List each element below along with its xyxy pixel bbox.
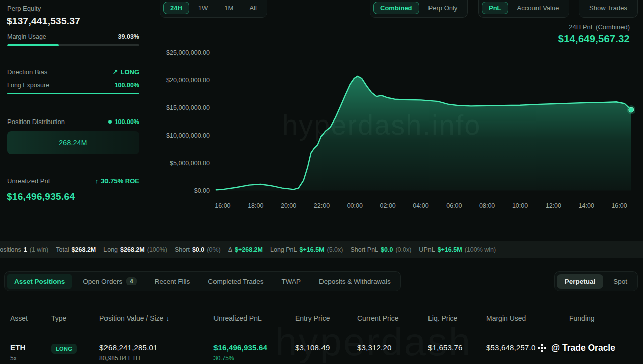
tab-pnl[interactable]: PnL: [482, 2, 508, 14]
show-trades-group: Show Trades: [579, 0, 638, 18]
tab-open-orders[interactable]: Open Orders 4: [75, 273, 144, 289]
stat-suffix: (5.0x): [327, 246, 343, 253]
tab-deposits-withdrawals[interactable]: Deposits & Withdrawals: [311, 274, 398, 289]
positions-table-header: Asset Type Position Value / Size↓ Unreal…: [10, 314, 633, 322]
tab-perp-only[interactable]: Perp Only: [421, 2, 465, 14]
pnl-chart[interactable]: [213, 48, 635, 198]
y-axis-tick: $25,000,000.00: [166, 49, 210, 56]
perp-equity-label: Perp Equity: [7, 5, 41, 12]
stat-value: $0.0: [192, 246, 204, 253]
tab-range-1m[interactable]: 1M: [217, 2, 240, 14]
distribution-dot-icon: [108, 120, 112, 124]
x-axis-tick: 08:00: [471, 202, 504, 209]
row-roe: 30.75%: [213, 355, 295, 362]
stat-delta: Δ $+268.2M: [228, 246, 263, 253]
x-axis-tick: 10:00: [504, 202, 537, 209]
arrow-up-icon: ↑: [95, 177, 99, 185]
stat-label: UPnL: [419, 246, 435, 253]
y-axis-tick: $20,000,000.00: [166, 77, 210, 84]
long-badge: LONG: [51, 344, 77, 354]
stat-long: Long $268.2M (100%): [103, 246, 167, 253]
tab-perpetual[interactable]: Perpetual: [557, 274, 604, 289]
unrealized-pnl-label: Unrealized PnL: [7, 177, 52, 185]
col-funding[interactable]: Funding: [569, 314, 633, 322]
position-value: $268,241,285.01: [99, 343, 213, 352]
col-liq-price[interactable]: Liq. Price: [428, 314, 486, 322]
stat-suffix: (0%): [207, 246, 220, 253]
asset-symbol: ETH: [10, 343, 51, 352]
unrealized-pnl-row: Unrealized PnL ↑ 30.75% ROE: [7, 177, 139, 185]
x-axis-labels: 16:00 18:00 20:00 22:00 00:00 02:00 04:0…: [206, 202, 636, 209]
trade-oracle-watermark: @ Trade Oracle: [537, 343, 615, 353]
long-exposure-label: Long Exposure: [7, 82, 49, 89]
x-axis-tick: 22:00: [305, 202, 339, 209]
col-entry-price[interactable]: Entry Price: [295, 314, 357, 322]
col-unrealized-pnl[interactable]: Unrealized PnL: [213, 314, 295, 322]
y-axis-tick: $0.00: [194, 187, 210, 194]
x-axis-tick: 18:00: [239, 202, 272, 209]
y-axis-tick: $5,000,000.00: [170, 160, 210, 167]
col-type[interactable]: Type: [51, 314, 99, 322]
pnl-area: [216, 76, 631, 191]
row-unrealized-pnl: $16,496,935.64: [213, 343, 295, 352]
tab-range-1w[interactable]: 1W: [191, 2, 216, 14]
x-axis-tick: 20:00: [272, 202, 305, 209]
entry-price-cell: $3,108.49: [295, 343, 357, 362]
tab-open-orders-label: Open Orders: [83, 278, 122, 285]
stat-label: Short: [175, 246, 190, 253]
tab-recent-fills[interactable]: Recent Fills: [147, 274, 198, 289]
col-asset[interactable]: Asset: [10, 314, 51, 322]
margin-usage-label: Margin Usage: [7, 33, 46, 40]
stat-value: 1: [24, 246, 27, 253]
hyperdash-dashboard: Perp Equity $137,441,535.37 Margin Usage…: [0, 0, 643, 364]
stat-value: $268.2M: [72, 246, 96, 253]
stat-short: Short $0.0 (0%): [175, 246, 221, 253]
col-position-value-label: Position Value / Size: [99, 314, 163, 322]
open-orders-count-badge: 4: [126, 277, 136, 285]
pnl-end-dot: [629, 107, 634, 112]
x-axis-tick: 06:00: [438, 202, 471, 209]
position-distribution-label: Position Distribution: [7, 118, 65, 126]
show-trades-button[interactable]: Show Trades: [582, 2, 634, 14]
stat-suffix: (1 win): [30, 246, 49, 253]
stat-label: Total: [56, 246, 69, 253]
tab-completed-trades[interactable]: Completed Trades: [200, 274, 271, 289]
position-distribution-value-wrap: 100.00%: [108, 118, 139, 126]
current-price-cell: $3,312.20: [357, 343, 428, 362]
unrealized-pnl-cell: $16,496,935.64 30.75%: [213, 343, 295, 362]
direction-bias-row: Direction Bias ↗ LONG: [7, 68, 139, 76]
col-margin-used[interactable]: Margin Used: [486, 314, 569, 322]
tab-range-24h[interactable]: 24H: [163, 2, 189, 14]
stat-upnl: UPnL $+16.5M (100% win): [419, 246, 496, 253]
long-exposure-row: Long Exposure 100.00%: [7, 82, 139, 89]
stat-suffix: (0.0x): [395, 246, 411, 253]
liq-price-cell: $1,653.76: [428, 343, 486, 362]
tab-range-all[interactable]: All: [242, 2, 263, 14]
tab-combined[interactable]: Combined: [373, 2, 419, 14]
trade-oracle-handle: @ Trade Oracle: [551, 343, 615, 353]
position-distribution-value: 100.00%: [115, 118, 139, 126]
section-tabs-bar: Asset Positions Open Orders 4 Recent Fil…: [4, 271, 401, 291]
col-position-value[interactable]: Position Value / Size↓: [99, 314, 213, 322]
unrealized-pnl-roe: 30.75% ROE: [101, 177, 139, 185]
asset-leverage: 5x: [10, 355, 51, 362]
market-toggle: Perpetual Spot: [554, 271, 638, 291]
col-current-price[interactable]: Current Price: [357, 314, 428, 322]
divider: [7, 167, 139, 167]
positions-stats-strip: Positions 1 (1 win) Total $268.2M Long $…: [0, 241, 643, 258]
stat-long-pnl: Long PnL $+16.5M (5.0x): [270, 246, 343, 253]
stat-value: $+16.5M: [438, 246, 462, 253]
tab-account-value[interactable]: Account Value: [510, 2, 566, 14]
direction-bias-label: Direction Bias: [7, 68, 47, 76]
x-axis-tick: 16:00: [603, 202, 636, 209]
tab-twap[interactable]: TWAP: [274, 274, 309, 289]
metric-tab-group: PnL Account Value: [478, 0, 569, 18]
tab-asset-positions[interactable]: Asset Positions: [7, 274, 72, 289]
mode-tab-group: Combined Perp Only: [370, 0, 468, 18]
tab-spot[interactable]: Spot: [605, 274, 635, 289]
y-axis-tick: $10,000,000.00: [166, 132, 210, 139]
type-cell: LONG: [51, 343, 99, 362]
account-summary-panel: Perp Equity $137,441,535.37 Margin Usage…: [0, 0, 147, 236]
pnl-readout: 24H PnL (Combined) $14,649,567.32: [558, 23, 630, 45]
roe-badge: ↑ 30.75% ROE: [95, 177, 139, 185]
